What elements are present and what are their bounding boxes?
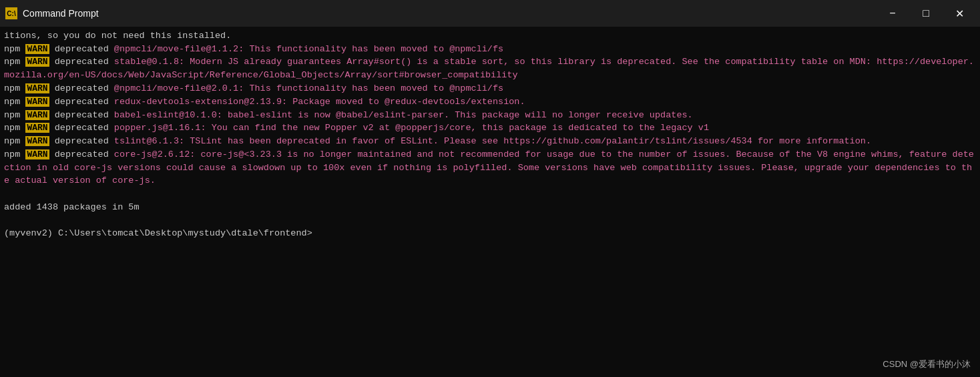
- npm-prefix: npm: [4, 110, 25, 120]
- warn-line: npm WARN deprecated redux-devtools-exten…: [4, 95, 976, 109]
- cmd-icon: C:\: [5, 7, 17, 19]
- warn-line: npm WARN deprecated tslint@6.1.3: TSLint…: [4, 135, 976, 148]
- warn-line: npm WARN deprecated stable@0.1.8: Modern…: [4, 55, 976, 81]
- warn-badge: WARN: [25, 149, 49, 159]
- npm-prefix: npm: [4, 149, 25, 159]
- prompt-line: (myvenv2) C:\Users\tomcat\Desktop\mystud…: [4, 227, 976, 240]
- npm-prefix: npm: [4, 57, 25, 67]
- warn-badge: WARN: [25, 57, 49, 67]
- warn-line: npm WARN deprecated popper.js@1.16.1: Yo…: [4, 121, 976, 135]
- npm-prefix: npm: [4, 44, 25, 54]
- title-bar-left: C:\ Command Prompt: [5, 7, 99, 19]
- terminal-line: added 1438 packages in 5m: [4, 201, 976, 214]
- npm-prefix: npm: [4, 123, 25, 133]
- npm-prefix: npm: [4, 83, 25, 93]
- terminal-body: itions, so you do not need this installe…: [0, 27, 980, 377]
- maximize-button[interactable]: □: [911, 3, 941, 23]
- minimize-button[interactable]: −: [877, 3, 908, 23]
- close-button[interactable]: ✕: [944, 3, 975, 23]
- warn-line: npm WARN deprecated babel-eslint@10.1.0:…: [4, 109, 976, 122]
- warn-badge: WARN: [25, 97, 49, 107]
- warn-line: npm WARN deprecated core-js@2.6.12: core…: [4, 148, 976, 187]
- window-controls: − □ ✕: [877, 3, 975, 23]
- warn-line: npm WARN deprecated @npmcli/move-file@2.…: [4, 82, 976, 95]
- warn-badge: WARN: [25, 123, 49, 133]
- warn-badge: WARN: [25, 83, 49, 93]
- window-title: Command Prompt: [23, 8, 99, 19]
- watermark: CSDN @爱看书的小沐: [883, 358, 971, 370]
- title-bar: C:\ Command Prompt − □ ✕: [0, 0, 980, 27]
- npm-prefix: npm: [4, 136, 25, 146]
- terminal-line: itions, so you do not need this installe…: [4, 29, 976, 43]
- warn-line: npm WARN deprecated @npmcli/move-file@1.…: [4, 43, 976, 56]
- warn-badge: WARN: [25, 136, 49, 146]
- empty-line: [4, 187, 976, 201]
- empty-line: [4, 214, 976, 227]
- npm-prefix: npm: [4, 97, 25, 107]
- warn-badge: WARN: [25, 44, 49, 54]
- warn-badge: WARN: [25, 110, 49, 120]
